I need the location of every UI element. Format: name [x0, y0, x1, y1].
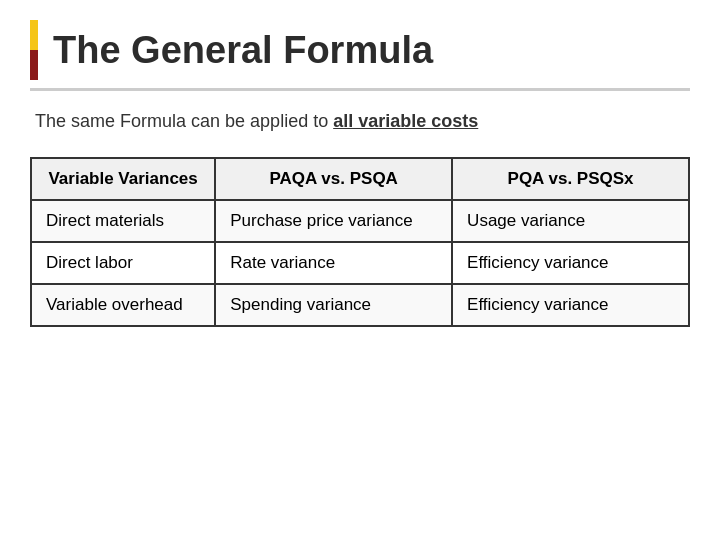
header-col2: PAQA vs. PSQA [215, 158, 452, 200]
accent-top [30, 20, 38, 50]
title-accent-block [30, 20, 38, 80]
slide-container: The General Formula The same Formula can… [0, 0, 720, 540]
row2-col3: Efficiency variance [452, 242, 689, 284]
table-row: Direct materials Purchase price variance… [31, 200, 689, 242]
title-section: The General Formula [30, 20, 690, 91]
table-row: Direct labor Rate variance Efficiency va… [31, 242, 689, 284]
row2-col2: Rate variance [215, 242, 452, 284]
variance-table: Variable Variances PAQA vs. PSQA PQA vs.… [30, 157, 690, 327]
row1-col2: Purchase price variance [215, 200, 452, 242]
page-title: The General Formula [53, 29, 433, 72]
header-col3: PQA vs. PSQSx [452, 158, 689, 200]
row3-col2: Spending variance [215, 284, 452, 326]
table-row: Variable overhead Spending variance Effi… [31, 284, 689, 326]
row2-col1: Direct labor [31, 242, 215, 284]
subtitle-prefix: The same Formula can be applied to [35, 111, 333, 131]
row1-col1: Direct materials [31, 200, 215, 242]
row3-col1: Variable overhead [31, 284, 215, 326]
row3-col3: Efficiency variance [452, 284, 689, 326]
subtitle-emphasis: all variable costs [333, 111, 478, 131]
row1-col3: Usage variance [452, 200, 689, 242]
table-header-row: Variable Variances PAQA vs. PSQA PQA vs.… [31, 158, 689, 200]
subtitle: The same Formula can be applied to all v… [35, 111, 690, 132]
header-col1: Variable Variances [31, 158, 215, 200]
accent-bottom [30, 50, 38, 80]
